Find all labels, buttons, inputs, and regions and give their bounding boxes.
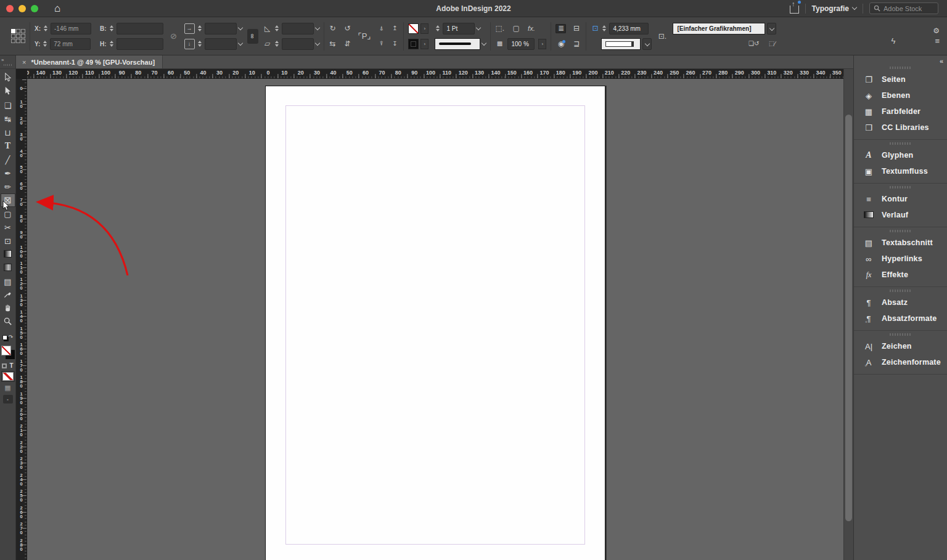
object-style-dropdown-button[interactable] — [767, 23, 776, 34]
chevron-down-icon[interactable] — [482, 40, 486, 45]
stroke-weight-field[interactable]: 1 Pt — [443, 23, 475, 34]
vertical-ruler[interactable]: 01 02 03 04 05 06 07 08 09 01 0 01 1 01 … — [16, 79, 27, 560]
adobe-stock-search[interactable] — [869, 2, 938, 14]
fill-stroke-indicator[interactable] — [1, 346, 15, 359]
jump-object-button[interactable]: ⊒ — [571, 39, 581, 49]
line-tool[interactable]: ╱ — [1, 153, 15, 166]
view-options-icon[interactable]: ▦ — [4, 384, 10, 392]
close-window-button[interactable] — [6, 5, 14, 12]
fitting-dropdown-button[interactable] — [642, 38, 652, 50]
swap-fill-stroke-icon[interactable]: ↷ — [9, 334, 14, 340]
document-page[interactable] — [265, 86, 605, 560]
stroke-color-swatch[interactable] — [408, 39, 419, 49]
note-tool[interactable]: ▤ — [1, 275, 15, 288]
gradient-tool[interactable] — [1, 248, 15, 261]
panel-item-glyphen[interactable]: AGlyphen — [854, 147, 947, 163]
opacity-field[interactable]: 100 % — [507, 38, 535, 50]
formatting-affects-text-icon[interactable]: T — [9, 362, 13, 369]
auto-fit-icon[interactable]: ⊡. — [658, 33, 666, 40]
zoom-tool[interactable] — [1, 315, 15, 329]
vertical-scrollbar[interactable] — [843, 69, 853, 560]
scale-y-stepper[interactable] — [197, 41, 203, 47]
chevron-down-icon[interactable] — [476, 25, 481, 30]
selection-tool[interactable] — [1, 71, 15, 85]
chevron-down-icon[interactable] — [314, 25, 319, 30]
width-field[interactable] — [117, 23, 163, 34]
panel-item-cc-libraries[interactable]: ❒CC Libraries — [854, 120, 947, 136]
document-tab[interactable]: × *Unbenannt-1 @ 49 % [GPU-Vorschau] — [16, 55, 163, 68]
close-tab-icon[interactable]: × — [22, 59, 26, 66]
panel-group-grip[interactable] — [854, 64, 947, 71]
panel-group-grip[interactable] — [854, 227, 947, 235]
panel-item-absatz[interactable]: ¶Absatz — [854, 294, 947, 310]
flip-horizontal-icon[interactable]: ⇆ — [329, 40, 337, 47]
select-content-icon[interactable]: ↥ — [390, 25, 399, 31]
rotate-ccw-icon[interactable]: ↺ — [343, 25, 352, 32]
fill-proxy-swatch[interactable] — [1, 346, 11, 355]
ruler-corner[interactable] — [16, 69, 27, 79]
height-stepper[interactable] — [109, 41, 115, 47]
rectangle-tool[interactable]: ▢ — [1, 207, 15, 221]
collapse-panels-icon[interactable]: « — [940, 57, 943, 65]
panel-item-ebenen[interactable]: ◈Ebenen — [854, 87, 947, 103]
select-container-icon[interactable]: ↧ — [390, 41, 399, 47]
panel-item-farbfelder[interactable]: ▦Farbfelder — [854, 103, 947, 120]
wrap-around-bounding-box-button[interactable]: ⊟ — [571, 24, 581, 33]
default-fill-stroke-icon[interactable] — [2, 335, 7, 340]
stroke-style-dropdown[interactable] — [435, 38, 480, 50]
y-field[interactable]: 72 mm — [50, 38, 91, 50]
scale-x-stepper[interactable] — [197, 25, 203, 31]
content-collector-tool[interactable]: ⊔ — [1, 126, 15, 139]
gpu-performance-icon[interactable]: ϟ — [892, 37, 896, 45]
share-icon[interactable] — [790, 6, 799, 14]
search-input[interactable] — [883, 5, 933, 12]
chevron-down-icon[interactable] — [237, 40, 242, 45]
panel-item-textabschnitt[interactable]: ▤Textabschnitt — [854, 235, 947, 251]
minimize-window-button[interactable] — [18, 5, 26, 12]
panel-group-grip[interactable] — [854, 331, 947, 338]
panel-item-effekte[interactable]: fxEffekte — [854, 267, 947, 283]
screen-mode-button[interactable]: ▫ — [3, 395, 13, 404]
zoom-window-button[interactable] — [31, 5, 38, 12]
stroke-menu-button[interactable]: › — [420, 39, 428, 49]
reference-point-grid[interactable] — [11, 29, 25, 43]
rotate-cw-icon[interactable]: ↻ — [329, 25, 337, 32]
scale-x-field[interactable] — [205, 23, 237, 34]
shear-field[interactable] — [282, 38, 314, 50]
type-tool[interactable]: T — [1, 139, 15, 153]
horizontal-ruler[interactable]: 1501401301201101009080706050403020100102… — [16, 69, 843, 79]
opacity-menu-button[interactable]: › — [538, 39, 546, 49]
shear-stepper[interactable] — [274, 41, 280, 47]
panel-item-absatzformate[interactable]: ¶Absatzformate — [854, 310, 947, 327]
pen-tool[interactable]: ✒ — [1, 166, 15, 180]
settings-gear-icon[interactable]: ⚙ — [933, 27, 940, 34]
fill-color-swatch[interactable] — [408, 23, 419, 34]
rotation-field[interactable] — [282, 23, 314, 34]
direct-selection-tool[interactable] — [1, 85, 15, 99]
gap-field[interactable]: 4,233 mm — [609, 23, 649, 34]
reference-point-proxy[interactable] — [11, 29, 25, 43]
rectangle-frame-tool[interactable]: ⊠ — [1, 193, 15, 207]
no-text-wrap-button[interactable]: ≣ — [555, 24, 566, 33]
width-stepper[interactable] — [109, 25, 115, 31]
formatting-affects-container-icon[interactable] — [2, 363, 7, 368]
panel-item-seiten[interactable]: ❐Seiten — [854, 71, 947, 87]
home-icon[interactable]: ⌂ — [54, 3, 60, 14]
stroke-weight-stepper[interactable] — [435, 25, 441, 31]
clear-overrides-icon[interactable]: ⬚∕ — [768, 41, 776, 47]
panel-group-grip[interactable] — [854, 184, 947, 191]
expand-tools-icon[interactable]: » — [1, 58, 4, 63]
pencil-tool[interactable]: ✏ — [1, 180, 15, 193]
constrain-proportions-icon[interactable]: ⊘ — [170, 32, 178, 40]
fill-menu-button[interactable]: › — [420, 23, 428, 34]
scrollbar-thumb[interactable] — [845, 115, 852, 521]
link-scale-button[interactable]: ∞ — [247, 29, 258, 44]
select-previous-object-icon[interactable]: ⍋ — [377, 25, 385, 31]
height-field[interactable] — [117, 38, 163, 50]
panel-item-kontur[interactable]: ≡Kontur — [854, 191, 947, 207]
panel-menu-icon[interactable]: ≡ — [935, 37, 940, 45]
gradient-feather-tool[interactable] — [1, 261, 15, 275]
chevron-down-icon[interactable] — [237, 25, 242, 30]
select-next-object-icon[interactable]: ⍒ — [377, 41, 385, 47]
scale-y-field[interactable] — [205, 38, 237, 50]
